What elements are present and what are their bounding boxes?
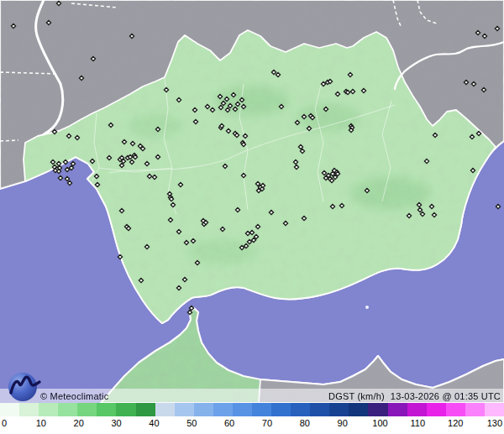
scale-tick-labels: 0102030405060708090100110120130 bbox=[0, 416, 504, 434]
weather-map-screenshot: ) bbox=[0, 0, 504, 434]
scale-segment bbox=[97, 403, 116, 416]
timestamp-label: 13-03-2026 @ 01:35 UTC bbox=[391, 391, 501, 401]
scale-tick-100: 100 bbox=[372, 418, 387, 428]
scale-segment bbox=[213, 403, 233, 416]
scale-tick-30: 30 bbox=[111, 418, 121, 428]
scale-tick-0: 0 bbox=[2, 418, 7, 428]
scale-segment bbox=[58, 403, 77, 416]
scale-segment bbox=[194, 403, 213, 416]
scale-segment bbox=[233, 403, 252, 416]
map-canvas: ) bbox=[0, 0, 504, 403]
scale-tick-90: 90 bbox=[338, 418, 348, 428]
attribution-label: © Meteoclimatic bbox=[40, 391, 108, 401]
scale-tick-50: 50 bbox=[186, 418, 197, 428]
scale-segment bbox=[485, 403, 504, 416]
map-image: ) bbox=[0, 0, 504, 403]
meteoclimatic-logo bbox=[5, 369, 44, 406]
wind-gust-color-scale bbox=[0, 403, 504, 416]
scale-segment bbox=[155, 403, 175, 416]
scale-tick-70: 70 bbox=[262, 418, 272, 428]
scale-segment bbox=[116, 403, 135, 416]
scale-segment bbox=[310, 403, 329, 416]
scale-segment bbox=[77, 403, 97, 416]
product-info: DGST (km/h) 13-03-2026 @ 01:35 UTC bbox=[328, 391, 501, 401]
scale-segment bbox=[465, 403, 485, 416]
scale-segment bbox=[388, 403, 407, 416]
scale-tick-120: 120 bbox=[448, 418, 463, 428]
scale-segment bbox=[368, 403, 387, 416]
logo-icon bbox=[5, 369, 44, 403]
scale-segment bbox=[349, 403, 368, 416]
scale-tick-60: 60 bbox=[224, 418, 234, 428]
scale-segment bbox=[252, 403, 271, 416]
scale-tick-20: 20 bbox=[74, 418, 84, 428]
scale-segment bbox=[175, 403, 194, 416]
alboran-island bbox=[365, 306, 369, 309]
scale-segment bbox=[136, 403, 155, 416]
scale-segment bbox=[407, 403, 427, 416]
scale-segment bbox=[291, 403, 310, 416]
scale-tick-110: 110 bbox=[411, 418, 426, 428]
scale-tick-80: 80 bbox=[300, 418, 310, 428]
product-label: DGST (km/h) bbox=[328, 391, 385, 401]
info-bar: © Meteoclimatic DGST (km/h) 13-03-2026 @… bbox=[0, 389, 504, 403]
scale-tick-40: 40 bbox=[149, 418, 159, 428]
scale-segment bbox=[446, 403, 465, 416]
scale-tick-10: 10 bbox=[36, 418, 46, 428]
scale-segment bbox=[271, 403, 291, 416]
scale-tick-130: 130 bbox=[487, 418, 502, 428]
scale-segment bbox=[329, 403, 349, 416]
scale-segment bbox=[427, 403, 446, 416]
